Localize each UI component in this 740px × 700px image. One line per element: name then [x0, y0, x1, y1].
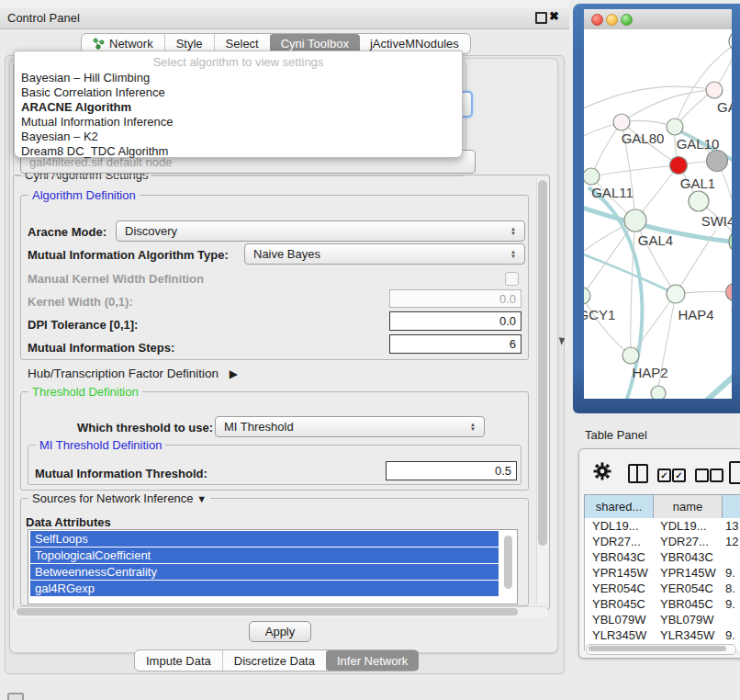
table-row[interactable]: YDL19...YDL19...13 — [585, 518, 740, 534]
dropdown-item[interactable]: Bayesian – Hill Climbing — [15, 71, 462, 85]
node-gray[interactable] — [707, 151, 728, 172]
attribute-item-selected[interactable]: TopologicalCoefficient — [30, 548, 499, 563]
manual-kernel-checkbox[interactable] — [505, 272, 519, 286]
table-row[interactable]: YER054CYER054C8. — [585, 581, 740, 596]
cell: 13 — [722, 518, 740, 534]
node-gal11[interactable] — [584, 168, 600, 185]
hub-definition-toggle[interactable]: Hub/Transcription Factor Definition ▶ — [28, 367, 238, 380]
minimize-traffic-light-icon[interactable] — [606, 14, 618, 26]
checked-checkbox-icon[interactable]: ✓ — [672, 469, 686, 482]
table-horizontal-scrollbar-thumb[interactable] — [589, 646, 726, 651]
control-panel-title: Control Panel — [7, 11, 80, 25]
mi-threshold-field[interactable]: 0.5 — [386, 461, 517, 480]
column-header-name[interactable]: name — [653, 494, 723, 519]
mi-steps-field[interactable]: 6 — [389, 334, 521, 354]
node-gcy1[interactable] — [584, 288, 590, 304]
gear-icon[interactable] — [593, 462, 611, 484]
node-label-hap2: HAP2 — [632, 365, 667, 380]
node-bright-green[interactable] — [729, 230, 732, 254]
mi-algorithm-type-label: Mutual Information Algorithm Type: — [28, 248, 229, 262]
close-traffic-light-icon[interactable] — [591, 14, 603, 26]
node-label-gal11: GAL11 — [591, 185, 633, 200]
node-partial-bottom[interactable] — [651, 386, 666, 399]
float-window-icon[interactable] — [535, 12, 547, 24]
cell: YDL19... — [653, 518, 722, 534]
table-row[interactable]: YBR045CYBR045C9. — [585, 596, 740, 612]
settings-vertical-scrollbar-thumb[interactable] — [538, 180, 547, 546]
mi-algorithm-type-combo[interactable]: Naive Bayes ▲▼ — [244, 243, 525, 265]
cell: YBR043C — [653, 549, 722, 565]
cell: YLR345W — [653, 627, 722, 643]
checked-checkbox-icon[interactable]: ✓ — [657, 469, 671, 482]
cell: YBL079W — [585, 612, 653, 627]
network-canvas[interactable]: GAL GAL80 GAL10 GAL1 GAL11 SWI4 GAL4 GCY… — [584, 29, 732, 399]
dropdown-item[interactable]: Basic Correlation Inference — [15, 85, 462, 100]
unchecked-checkbox-icon[interactable] — [695, 469, 709, 482]
hub-definition-label: Hub/Transcription Factor Definition — [28, 367, 219, 380]
node-label-gcy1: GCY1 — [584, 307, 615, 322]
node-table[interactable]: YDL19...YDL19...13 YDR27...YDR27...12 YB… — [584, 518, 740, 650]
table-row[interactable]: YPR145WYPR145W9. — [585, 565, 740, 581]
node-salmon[interactable] — [726, 284, 733, 301]
cell: YBR043C — [585, 549, 653, 565]
combo-spinner-icon: ▲▼ — [505, 227, 516, 236]
zoom-traffic-light-icon[interactable] — [621, 14, 633, 26]
table-panel-title: Table Panel — [585, 428, 647, 442]
node-gal1[interactable] — [689, 191, 709, 211]
network-view-window[interactable]: GAL GAL80 GAL10 GAL1 GAL11 SWI4 GAL4 GCY… — [573, 4, 740, 413]
node-red[interactable] — [670, 157, 688, 175]
table-row[interactable]: YDR27...YDR27...12 — [585, 534, 740, 549]
network-tab-icon — [93, 38, 105, 50]
table-row[interactable]: YBR043CYBR043C — [585, 549, 740, 565]
node-gal4[interactable] — [624, 209, 646, 231]
tab-jactivemnodules-label: jActiveMNodules — [370, 37, 459, 51]
node-gal-partial[interactable] — [706, 82, 723, 98]
dropdown-item[interactable]: Bayesian – K2 — [15, 130, 462, 144]
cell: YPR145W — [585, 565, 653, 581]
attribute-item-selected[interactable]: SelfLoops — [30, 531, 499, 547]
close-icon[interactable]: ✖ — [549, 9, 559, 23]
kernel-width-field[interactable]: 0.0 — [389, 289, 521, 308]
tab-network-label: Network — [109, 37, 153, 51]
cell: YLR345W — [585, 627, 653, 643]
node-label-gal-partial: GAL — [717, 99, 732, 115]
node-gal80[interactable] — [613, 114, 630, 130]
aracne-mode-combo[interactable]: Discovery ▲▼ — [116, 220, 525, 242]
split-columns-icon[interactable] — [628, 464, 648, 483]
apply-button[interactable]: Apply — [249, 621, 311, 642]
attributes-list-scrollbar[interactable] — [504, 536, 512, 589]
tab-infer-network[interactable]: Infer Network — [326, 650, 419, 671]
table-row[interactable]: YBL079WYBL079W — [585, 612, 740, 627]
dropdown-item[interactable]: Dream8 DC_TDC Algorithm — [15, 144, 462, 159]
page-icon[interactable] — [729, 461, 740, 484]
data-attributes-list[interactable]: SelfLoops TopologicalCoefficient Between… — [28, 529, 518, 604]
sources-group-title[interactable]: Sources for Network Inference ▼ — [28, 491, 210, 505]
panel-dock-icon[interactable] — [7, 693, 24, 700]
network-window-titlebar[interactable] — [584, 9, 732, 30]
dpi-tolerance-field[interactable]: 0.0 — [389, 311, 521, 331]
attribute-item-selected[interactable]: BetweennessCentrality — [30, 564, 499, 580]
app-screen: Control Panel ✖ Network Style Select C — [0, 0, 740, 700]
tab-impute-data[interactable]: Impute Data — [135, 650, 223, 671]
dropdown-item[interactable]: Mutual Information Inference — [15, 115, 462, 130]
aracne-mode-label: Aracne Mode: — [28, 225, 107, 239]
tab-impute-data-label: Impute Data — [146, 654, 211, 668]
settings-horizontal-scrollbar-thumb[interactable] — [17, 608, 518, 615]
dropdown-item-highlighted[interactable]: ARACNE Algorithm — [15, 100, 462, 115]
node-hap4[interactable] — [667, 285, 685, 303]
table-row[interactable]: YLR345WYLR345W9. — [585, 627, 740, 643]
combo-spinner-icon: ▲▼ — [465, 423, 476, 432]
algorithm-definition-title: Algorithm Definition — [28, 188, 140, 202]
node-hap2[interactable] — [622, 347, 639, 364]
attribute-item-selected[interactable]: gal4RGexp — [30, 581, 499, 596]
unchecked-checkbox-icon[interactable] — [710, 469, 723, 482]
cell: YDL19... — [585, 518, 653, 534]
node-gal10[interactable] — [667, 119, 683, 135]
which-threshold-combo[interactable]: MI Threshold ▲▼ — [215, 416, 485, 437]
column-header-shared[interactable]: shared... — [584, 494, 654, 519]
tab-discretize-data[interactable]: Discretize Data — [223, 650, 327, 671]
cell: 9. — [722, 565, 740, 581]
column-header-partial[interactable] — [722, 494, 740, 519]
manual-kernel-label: Manual Kernel Width Definition — [28, 272, 204, 286]
table-horizontal-scrollbar[interactable] — [586, 644, 736, 655]
